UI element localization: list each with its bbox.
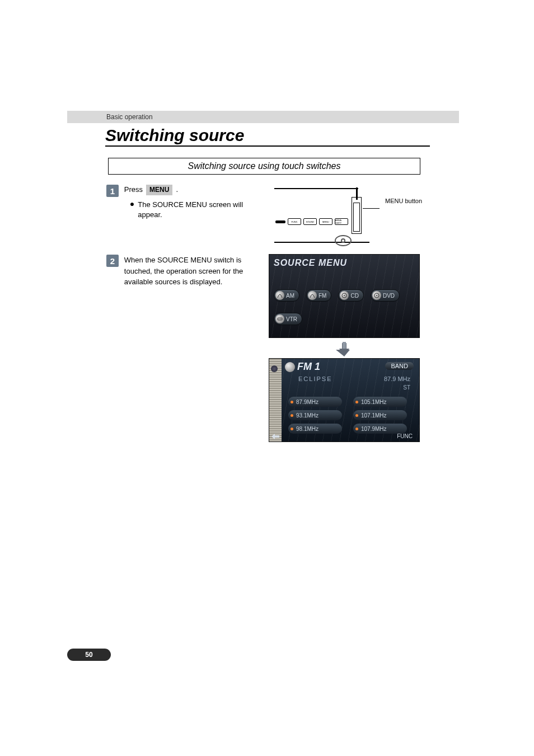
fm-preset-4[interactable]: 107.1MHz xyxy=(353,410,407,420)
source-menu-row-1: AM FM CD DVD xyxy=(274,289,400,302)
source-fm-chip[interactable]: FM xyxy=(306,289,331,302)
source-cd-chip[interactable]: CD xyxy=(338,289,363,302)
radio-wave-icon xyxy=(285,362,295,372)
radio-wave-icon xyxy=(308,291,317,300)
device-areashot-button: AREA SHOT xyxy=(335,218,348,225)
disc-icon xyxy=(372,291,381,300)
device-func-button: FUNC xyxy=(288,218,301,225)
category-text: Basic operation xyxy=(106,113,153,121)
svg-rect-7 xyxy=(343,342,346,349)
device-dial-center xyxy=(341,238,345,243)
source-dvd-chip[interactable]: DVD xyxy=(371,289,400,302)
device-menu-button: MENU xyxy=(319,218,332,225)
step-1-press-line: Press MENU . xyxy=(124,185,263,195)
tape-icon xyxy=(275,314,284,323)
device-slot xyxy=(275,220,285,223)
fm-left-edge xyxy=(269,359,282,442)
source-cd-label: CD xyxy=(350,293,358,299)
step-2: 2 When the SOURCE MENU switch is touched… xyxy=(106,255,263,288)
title-rule xyxy=(105,145,430,147)
device-button-row: FUNC SOUND MENU AREA SHOT xyxy=(275,218,348,225)
fm-preset-6[interactable]: 107.9MHz xyxy=(353,424,407,434)
step-2-body: When the SOURCE MENU switch is touched, … xyxy=(124,255,263,288)
radio-wave-icon xyxy=(275,291,284,300)
bullet-icon: ● xyxy=(130,200,134,220)
fm-title: FM 1 xyxy=(285,361,320,373)
step-2-text: When the SOURCE MENU switch is touched, … xyxy=(124,256,243,286)
fm-func-button[interactable]: FUNC xyxy=(397,433,413,439)
source-fm-label: FM xyxy=(318,293,326,299)
svg-point-1 xyxy=(344,295,345,296)
back-icon[interactable] xyxy=(271,434,279,439)
device-sound-button: SOUND xyxy=(303,218,317,225)
page-number: 50 xyxy=(67,649,111,661)
source-am-chip[interactable]: AM xyxy=(274,289,299,302)
fm-current-freq: 87.9 MHz xyxy=(384,375,410,382)
page: Basic operation Switching source Switchi… xyxy=(0,0,534,756)
menu-chip: MENU xyxy=(146,185,172,195)
callout-line xyxy=(363,208,380,209)
disc-icon xyxy=(340,291,349,300)
source-menu-title: SOURCE MENU xyxy=(274,258,347,268)
step-1-body: Press MENU . ● The SOURCE MENU screen wi… xyxy=(124,185,263,220)
step-1-sub: ● The SOURCE MENU screen will appear. xyxy=(130,200,263,220)
down-arrow-icon xyxy=(336,341,353,360)
source-vtr-chip[interactable]: VTR xyxy=(274,313,302,325)
device-top-edge xyxy=(274,188,358,189)
fm-preset-1[interactable]: 87.9MHz xyxy=(288,397,342,407)
device-side-panel-inner xyxy=(353,203,360,232)
section-heading-box: Switching source using touch switches xyxy=(108,158,420,175)
fm-screenshot: FM 1 BAND ECLIPSE 87.9 MHz ST 87.9MHz 10… xyxy=(269,358,420,442)
menu-callout-label: MENU button xyxy=(385,198,422,205)
fm-band-button[interactable]: BAND xyxy=(385,362,414,370)
press-period: . xyxy=(176,185,178,195)
step-1-badge: 1 xyxy=(106,185,119,197)
device-bottom-edge xyxy=(274,242,369,243)
svg-point-3 xyxy=(376,295,377,296)
fm-preset-5[interactable]: 98.1MHz xyxy=(288,424,342,434)
press-word: Press xyxy=(124,185,143,195)
fm-preset-2[interactable]: 105.1MHz xyxy=(353,397,407,407)
svg-rect-4 xyxy=(278,318,282,320)
step-2-badge: 2 xyxy=(106,255,119,267)
step-1-sub-text: The SOURCE MENU screen will appear. xyxy=(138,200,263,220)
source-menu-screenshot: SOURCE MENU SOURCE MENU AM FM CD DVD xyxy=(269,254,420,338)
step-1: 1 Press MENU . ● The SOURCE MENU screen … xyxy=(106,185,263,220)
source-vtr-label: VTR xyxy=(286,316,297,322)
device-diagram: FUNC SOUND MENU AREA SHOT xyxy=(269,186,381,247)
svg-point-5 xyxy=(279,318,280,320)
source-menu-row-2: VTR xyxy=(274,313,302,325)
svg-point-6 xyxy=(280,318,282,320)
fm-stereo-indicator: ST xyxy=(403,384,410,391)
device-dial xyxy=(335,235,352,246)
section-heading: Switching source using touch switches xyxy=(188,161,340,171)
fm-preset-3[interactable]: 93.1MHz xyxy=(288,410,342,420)
category-bar: Basic operation xyxy=(67,111,459,123)
fm-title-text: FM 1 xyxy=(297,361,320,372)
source-dvd-label: DVD xyxy=(383,293,395,299)
source-am-label: AM xyxy=(286,293,294,299)
page-title: Switching source xyxy=(105,126,244,145)
fm-station-name: ECLIPSE xyxy=(298,375,332,382)
